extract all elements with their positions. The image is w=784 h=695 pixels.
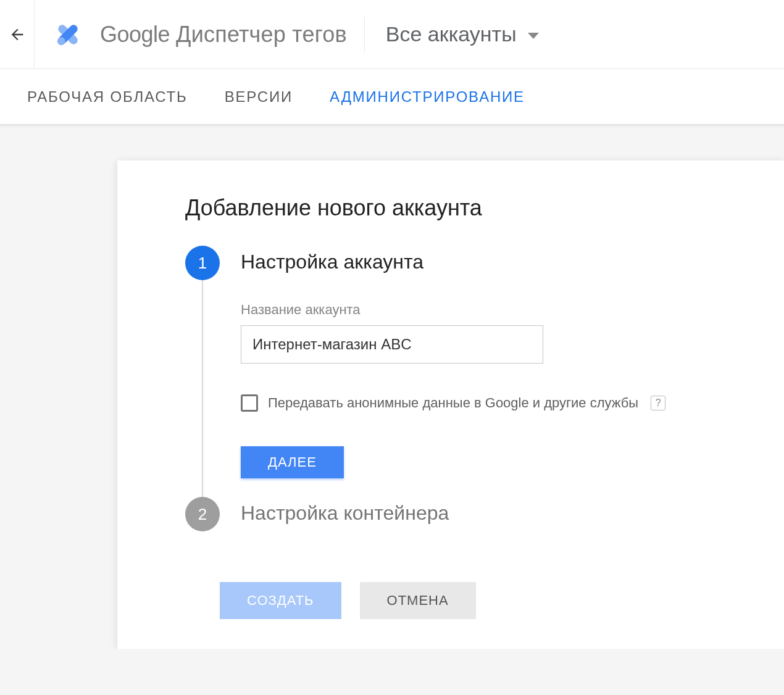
footer-buttons: СОЗДАТЬ ОТМЕНА — [220, 582, 749, 619]
brand-google: Google — [100, 22, 170, 48]
top-header: Google Диспетчер тегов Все аккаунты — [0, 0, 784, 69]
chevron-down-icon — [528, 33, 539, 39]
create-button[interactable]: СОЗДАТЬ — [220, 582, 341, 619]
share-data-row: Передавать анонимные данные в Google и д… — [241, 394, 749, 412]
step-2-badge: 2 — [185, 497, 220, 531]
content-wrap: Добавление нового аккаунта 1 Настройка а… — [0, 125, 784, 649]
tab-workspace[interactable]: РАБОЧАЯ ОБЛАСТЬ — [27, 88, 188, 106]
next-button[interactable]: ДАЛЕЕ — [241, 446, 344, 478]
add-account-card: Добавление нового аккаунта 1 Настройка а… — [117, 160, 784, 649]
back-arrow-icon[interactable] — [9, 26, 26, 43]
step-1-badge: 1 — [185, 246, 220, 280]
tab-versions[interactable]: ВЕРСИИ — [225, 88, 293, 106]
back-column — [0, 0, 35, 69]
brand-product: Диспетчер тегов — [176, 22, 347, 48]
step-2-content: Настройка контейнера — [220, 497, 749, 525]
help-icon[interactable]: ? — [651, 396, 665, 410]
card-title: Добавление нового аккаунта — [185, 195, 749, 221]
cancel-button[interactable]: ОТМЕНА — [360, 582, 476, 619]
tab-admin[interactable]: АДМИНИСТРИРОВАНИЕ — [330, 88, 525, 106]
step-1-content: Настройка аккаунта Название аккаунта Пер… — [220, 246, 749, 497]
stepper: 1 Настройка аккаунта Название аккаунта П… — [185, 246, 749, 531]
step-connector — [202, 280, 203, 509]
share-data-checkbox[interactable] — [241, 394, 258, 412]
tabs-row: РАБОЧАЯ ОБЛАСТЬ ВЕРСИИ АДМИНИСТРИРОВАНИЕ — [0, 69, 784, 125]
brand-text: Google Диспетчер тегов — [100, 22, 347, 48]
step-2: 2 Настройка контейнера — [185, 497, 749, 531]
step-1-title: Настройка аккаунта — [241, 251, 749, 273]
account-name-label: Название аккаунта — [241, 302, 749, 318]
share-data-label: Передавать анонимные данные в Google и д… — [268, 395, 638, 411]
gtm-logo-icon — [52, 19, 84, 51]
account-name-input[interactable] — [241, 325, 543, 364]
step-1: 1 Настройка аккаунта Название аккаунта П… — [185, 246, 749, 497]
account-selector[interactable]: Все аккаунты — [365, 22, 539, 46]
step-2-title: Настройка контейнера — [241, 502, 749, 525]
account-selector-label: Все аккаунты — [386, 22, 517, 46]
brand-area: Google Диспетчер тегов — [35, 17, 365, 52]
